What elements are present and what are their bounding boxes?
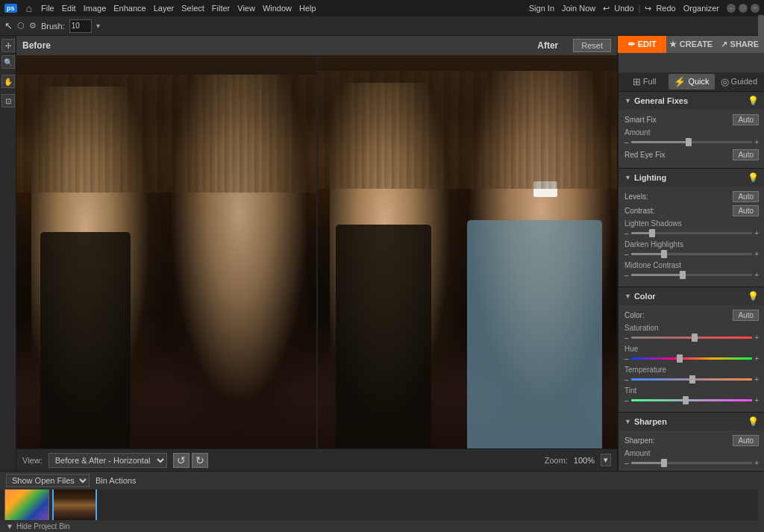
lighten-shadows-thumb[interactable] — [649, 229, 655, 237]
sharpen-row: Sharpen: Auto — [624, 435, 759, 446]
organizer-button[interactable]: Organizer — [683, 4, 719, 13]
midtone-contrast-row: – + — [624, 271, 759, 279]
menu-filter[interactable]: Filter — [212, 4, 230, 13]
saturation-thumb[interactable] — [692, 334, 698, 342]
tool-lasso[interactable]: ⬡ — [17, 21, 25, 31]
darken-highlights-plus: + — [754, 250, 759, 258]
view-tabs: ⊞ Full ⚡ Quick ◎ Guided — [619, 72, 764, 92]
darken-highlights-slider[interactable] — [631, 253, 753, 255]
menu-layer[interactable]: Layer — [154, 4, 175, 13]
lighten-shadows-slider[interactable] — [631, 232, 753, 234]
menu-enhance[interactable]: Enhance — [113, 4, 145, 13]
sharpen-label: Sharpen: — [624, 436, 730, 445]
create-tab[interactable]: ★ CREATE — [666, 36, 715, 53]
smart-fix-auto-button[interactable]: Auto — [733, 114, 759, 125]
amount-slider[interactable] — [631, 141, 753, 143]
contrast-auto-button[interactable]: Auto — [733, 205, 759, 216]
minimize-button[interactable]: – — [727, 4, 736, 13]
lighting-section: ▼ Lighting 💡 Levels: Auto Contrast: Auto — [619, 169, 764, 287]
title-bar: ps ⌂ File Edit Image Enhance Layer Selec… — [0, 0, 764, 16]
hue-slider[interactable] — [631, 357, 753, 360]
hide-arrow-icon: ▼ — [6, 522, 13, 531]
hue-thumb[interactable] — [677, 354, 683, 363]
before-label: Before — [22, 40, 51, 51]
hand-tool[interactable]: ✋ — [1, 75, 15, 88]
tab-quick[interactable]: ⚡ Quick — [668, 74, 714, 90]
reset-button[interactable]: Reset — [573, 39, 611, 52]
midtone-contrast-slider[interactable] — [631, 274, 753, 276]
zoom-tool[interactable]: 🔍 — [1, 55, 15, 69]
amount-slider-row: – + — [624, 138, 759, 146]
filmstrip-thumb-1[interactable] — [4, 489, 49, 520]
sign-in-link[interactable]: Sign In — [529, 4, 554, 13]
sharpen-header[interactable]: ▼ Sharpen 💡 — [619, 413, 764, 431]
menu-window[interactable]: Window — [263, 4, 292, 13]
temperature-label: Temperature — [624, 366, 759, 374]
temperature-slider[interactable] — [631, 378, 753, 381]
zoom-dropdown-button[interactable]: ▾ — [601, 454, 611, 466]
amount-label: Amount — [624, 128, 759, 137]
general-fixes-content: Smart Fix Auto Amount – + — [619, 110, 764, 168]
menu-image[interactable]: Image — [84, 4, 107, 13]
tool-options[interactable]: ⚙ — [29, 21, 37, 31]
hide-project-bin-button[interactable]: ▼ Hide Project Bin — [0, 520, 764, 532]
sharpen-amount-slider[interactable] — [631, 462, 753, 464]
midtone-contrast-thumb[interactable] — [680, 271, 686, 279]
tint-thumb[interactable] — [683, 396, 689, 404]
temperature-thumb[interactable] — [689, 375, 695, 384]
share-tab[interactable]: ↗ SHARE — [716, 36, 764, 53]
open-files-select[interactable]: Show Open Files — [6, 474, 90, 487]
menu-select[interactable]: Select — [181, 4, 204, 13]
levels-auto-button[interactable]: Auto — [733, 191, 759, 202]
tab-full-label: Full — [643, 77, 657, 86]
red-eye-auto-button[interactable]: Auto — [733, 149, 759, 160]
view-select[interactable]: Before & After - Horizontal — [48, 453, 167, 468]
lighting-header[interactable]: ▼ Lighting 💡 — [619, 169, 764, 187]
lighting-arrow: ▼ — [624, 174, 631, 181]
tab-guided[interactable]: ◎ Guided — [716, 74, 762, 90]
menu-view[interactable]: View — [237, 4, 255, 13]
redo-button[interactable]: Redo — [656, 4, 675, 13]
join-now-link[interactable]: Join Now — [562, 4, 595, 13]
brush-dropdown-icon[interactable]: ▾ — [96, 22, 100, 30]
sharpen-light: 💡 — [748, 416, 759, 427]
undo-button[interactable]: Undo — [614, 4, 633, 13]
amount-plus: + — [754, 138, 759, 146]
darken-highlights-thumb[interactable] — [661, 250, 667, 258]
tab-full[interactable]: ⊞ Full — [621, 74, 667, 90]
color-header[interactable]: ▼ Color 💡 — [619, 287, 764, 305]
temp-plus: + — [754, 375, 759, 384]
menu-edit[interactable]: Edit — [62, 4, 76, 13]
saturation-slider[interactable] — [631, 337, 753, 339]
edit-tab[interactable]: ✏ EDIT — [618, 36, 666, 53]
red-eye-label: Red Eye Fix — [624, 151, 730, 159]
filmstrip-scrollbar[interactable] — [758, 489, 764, 520]
tool-arrow[interactable]: ↖ — [4, 20, 13, 31]
sharpen-content: Sharpen: Auto Amount – + — [619, 431, 764, 471]
canvas-header: Before After Reset — [16, 36, 617, 55]
filmstrip-thumb-2[interactable] — [52, 489, 97, 520]
tint-slider[interactable] — [631, 399, 753, 401]
color-auto-button[interactable]: Auto — [733, 310, 759, 321]
brush-size-input[interactable] — [69, 19, 92, 33]
maximize-button[interactable]: □ — [739, 4, 748, 13]
rotate-cw-button[interactable]: ↻ — [192, 453, 208, 468]
close-button[interactable]: × — [751, 4, 760, 13]
sharpen-amount-thumb[interactable] — [661, 459, 667, 467]
menu-help[interactable]: Help — [299, 4, 316, 13]
amount-thumb[interactable] — [686, 138, 692, 146]
amount-fill — [631, 141, 692, 143]
bin-actions-button[interactable]: Bin Actions — [96, 476, 136, 485]
rotate-ccw-button[interactable]: ↺ — [173, 453, 190, 468]
crop-tool[interactable]: ⊡ — [1, 94, 15, 107]
red-eye-row: Red Eye Fix Auto — [624, 149, 759, 160]
smart-fix-row: Smart Fix Auto — [624, 114, 759, 125]
sharpen-auto-button[interactable]: Auto — [733, 435, 759, 446]
sharpen-section: ▼ Sharpen 💡 Sharpen: Auto Amount – — [619, 413, 764, 471]
move-tool[interactable]: ✢ — [1, 39, 15, 52]
redo-icon: ↪ — [645, 4, 651, 13]
general-fixes-header[interactable]: ▼ General Fixes 💡 — [619, 92, 764, 110]
menu-file[interactable]: File — [41, 4, 54, 13]
home-icon[interactable]: ⌂ — [26, 2, 32, 14]
tab-guided-label: Guided — [731, 77, 757, 86]
